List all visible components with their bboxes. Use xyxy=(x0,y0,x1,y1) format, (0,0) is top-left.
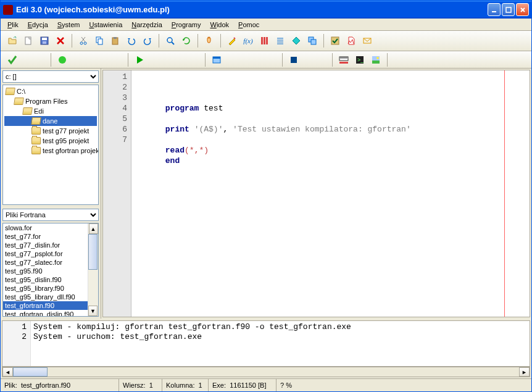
tree-item[interactable]: Program Files xyxy=(4,96,97,106)
delete-button[interactable] xyxy=(54,34,67,48)
hscroll-thumb[interactable] xyxy=(13,367,48,377)
code-line[interactable] xyxy=(136,114,530,124)
columns-button[interactable] xyxy=(257,34,271,48)
highlight-button[interactable] xyxy=(225,34,239,48)
scroll-down-button[interactable]: ▼ xyxy=(88,306,98,316)
svg-rect-35 xyxy=(339,62,348,64)
code-text[interactable]: program test print '(A$)', 'Test ustawie… xyxy=(131,70,530,317)
tree-item[interactable]: test g95 projekt xyxy=(4,136,97,146)
tree-item[interactable]: test gfortran projekt xyxy=(4,146,97,156)
tree-item[interactable]: C:\ xyxy=(4,86,97,96)
terminal-button[interactable]: >_ xyxy=(353,53,367,67)
tree-label: dane xyxy=(43,117,57,125)
menu-ustawienia[interactable]: Ustawienia xyxy=(85,20,126,30)
record-button[interactable] xyxy=(56,53,69,67)
menu-narzędzia[interactable]: Narzędzia xyxy=(128,20,166,30)
file-item[interactable]: test_gfortran.f90 xyxy=(3,301,98,310)
scroll-thumb[interactable] xyxy=(88,234,98,270)
status-file: Plik: test_gfortran.f90 xyxy=(1,379,119,391)
console-gutter: 12 xyxy=(2,321,31,366)
menu-plik[interactable]: Plik xyxy=(4,20,22,30)
status-pct: ? % xyxy=(276,379,531,391)
undo-button[interactable] xyxy=(125,34,138,48)
window-button[interactable] xyxy=(210,53,223,67)
console-text: System - kompiluj: gfortran test_gfortra… xyxy=(31,321,530,366)
file-list[interactable]: slowa.fortest_g77.fortest_g77_dislin.for… xyxy=(2,223,99,317)
save-button[interactable] xyxy=(38,34,51,48)
svg-rect-15 xyxy=(266,37,268,44)
file-item[interactable]: test_g77.for xyxy=(3,232,98,241)
mail-button[interactable] xyxy=(360,34,374,48)
image-button[interactable] xyxy=(369,53,383,67)
menu-programy[interactable]: Programy xyxy=(168,20,205,30)
close-button[interactable] xyxy=(516,3,529,16)
maximize-button[interactable] xyxy=(502,3,515,16)
open-folder-button[interactable] xyxy=(6,34,19,48)
scroll-up-button[interactable]: ▲ xyxy=(89,223,98,234)
tree-item[interactable]: Edi xyxy=(4,106,97,116)
file-item[interactable]: test_g95.f90 xyxy=(3,267,98,275)
code-line[interactable] xyxy=(136,166,530,177)
tree-label: test g77 projekt xyxy=(43,127,89,135)
file-item[interactable]: test_g77_psplot.for xyxy=(3,249,98,258)
console-hscrollbar[interactable]: ◄ ► xyxy=(2,367,530,377)
folder-icon xyxy=(31,117,41,125)
cut-button[interactable] xyxy=(77,34,90,48)
code-line[interactable] xyxy=(136,135,530,145)
copy-button[interactable] xyxy=(93,34,106,48)
drive-select[interactable]: c: [] xyxy=(2,70,99,83)
code-line[interactable]: program test xyxy=(136,103,530,114)
editor-gutter: 1234567 xyxy=(103,70,131,317)
check-button[interactable] xyxy=(328,34,342,48)
tree-label: Edi xyxy=(34,107,44,115)
menu-pomoc[interactable]: Pomoc xyxy=(235,20,263,30)
tree-item[interactable]: dane xyxy=(4,116,97,126)
refresh-button[interactable] xyxy=(180,34,193,48)
pdf-button[interactable] xyxy=(344,34,358,48)
code-line[interactable]: end xyxy=(136,156,530,166)
menu-widok[interactable]: Widok xyxy=(206,20,233,30)
stop-button[interactable] xyxy=(287,53,301,67)
file-item[interactable]: slowa.for xyxy=(3,223,98,232)
duplicate-button[interactable] xyxy=(305,34,319,48)
menu-system[interactable]: System xyxy=(54,20,84,30)
file-filter-select[interactable]: Pliki Fortrana xyxy=(2,209,99,221)
redo-button[interactable] xyxy=(141,34,154,48)
titlebar: Edi 3.0 (wojciech.sobieski@uwm.edu.pl) xyxy=(1,1,531,19)
code-line[interactable]: read(*,*) xyxy=(136,145,530,156)
file-item[interactable]: test_g95_library.f90 xyxy=(3,284,98,293)
mark-button[interactable] xyxy=(289,34,303,48)
hscroll-left-button[interactable]: ◄ xyxy=(2,367,13,377)
hand-tool-button[interactable] xyxy=(202,34,216,48)
file-item[interactable]: test_g77_dislin.for xyxy=(3,241,98,249)
run-button[interactable] xyxy=(133,53,146,67)
console[interactable]: 12 System - kompiluj: gfortran test_gfor… xyxy=(2,320,530,367)
file-item[interactable]: test_gfortran_dislin.f90 xyxy=(3,310,98,317)
status-row: Wiersz: 1 xyxy=(119,379,162,391)
menu-edycja[interactable]: Edycja xyxy=(24,20,52,30)
folder-tree[interactable]: C:\Program FilesEdidanetest g77 projektt… xyxy=(2,85,99,205)
zoom-button[interactable] xyxy=(164,34,177,48)
measure-button[interactable] xyxy=(337,53,351,67)
hscroll-right-button[interactable]: ► xyxy=(519,367,530,377)
main-area: c: [] C:\Program FilesEdidanetest g77 pr… xyxy=(1,69,531,319)
list-button[interactable] xyxy=(273,34,287,48)
menubar: PlikEdycjaSystemUstawieniaNarzędziaProgr… xyxy=(1,19,531,31)
svg-rect-21 xyxy=(311,40,316,44)
file-item[interactable]: test_g95_library_dll.f90 xyxy=(3,293,98,301)
code-line[interactable]: print '(A$)', 'Test ustawien kompilatora… xyxy=(136,124,530,135)
tree-item[interactable]: test g77 projekt xyxy=(4,126,97,136)
window-title: Edi 3.0 (wojciech.sobieski@uwm.edu.pl) xyxy=(16,5,488,14)
file-item[interactable]: test_g77_slatec.for xyxy=(3,258,98,267)
code-editor[interactable]: 1234567 program test print '(A$)', 'Test… xyxy=(102,70,530,317)
svg-point-12 xyxy=(167,38,172,43)
function-button[interactable]: f(x) xyxy=(241,34,255,48)
accept-button[interactable] xyxy=(6,53,19,67)
paste-button[interactable] xyxy=(109,34,122,48)
svg-rect-9 xyxy=(98,39,102,44)
new-file-button[interactable] xyxy=(22,34,35,48)
minimize-button[interactable] xyxy=(488,3,501,16)
file-item[interactable]: test_g95_dislin.f90 xyxy=(3,275,98,284)
svg-rect-39 xyxy=(372,60,380,64)
folder-icon xyxy=(5,88,15,95)
